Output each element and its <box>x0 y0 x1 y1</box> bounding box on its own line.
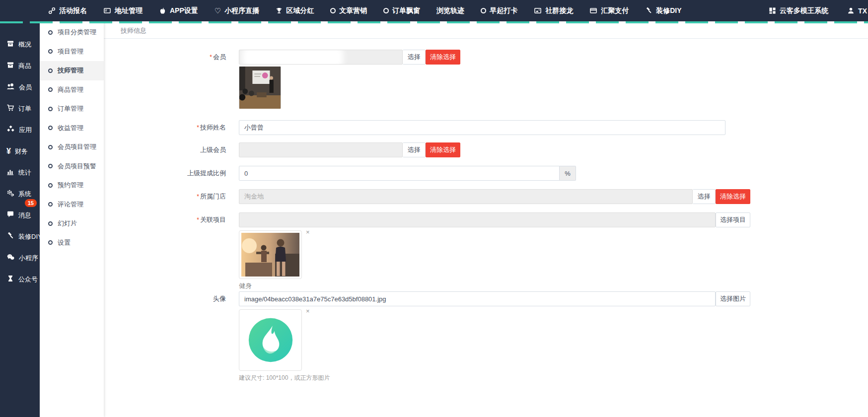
project-image <box>241 233 299 277</box>
message-count-badge: 15 <box>25 199 37 207</box>
secondary-sidebar: 项目分类管理 项目管理 技师管理 商品管理 订单管理 收益管理 会员项目管理 会… <box>40 21 104 417</box>
circle-o-icon <box>48 221 53 226</box>
member-clear-button[interactable]: 清除选择 <box>426 50 460 65</box>
sidebar-item-orders[interactable]: 订单 <box>0 98 40 119</box>
archive-icon <box>6 61 14 70</box>
gavel-icon <box>6 232 14 241</box>
submenu-item-member-project-manage[interactable]: 会员项目管理 <box>40 138 104 157</box>
store-field <box>239 189 693 204</box>
sidebar-item-members[interactable]: 会员 <box>0 76 40 98</box>
submenu-item-project-manage[interactable]: 项目管理 <box>40 42 104 62</box>
avatar-path-input[interactable] <box>239 291 716 306</box>
topnav-item-decorate-diy[interactable]: 装修DIY <box>645 6 681 15</box>
circle-o-icon <box>48 183 53 188</box>
sidebar-item-label: 小程序 <box>19 254 38 263</box>
topnav-item-early-checkin[interactable]: 早起打卡 <box>481 6 517 15</box>
avatar-image <box>247 316 294 364</box>
submenu-item-comment-manage[interactable]: 评论管理 <box>40 195 104 214</box>
tab-technician-info[interactable]: 技师信息 <box>104 21 146 35</box>
project-field <box>239 212 716 227</box>
member-photo <box>239 67 281 109</box>
brand-menu[interactable]: 云客多模王系统 <box>769 6 828 15</box>
topnav-item-group-relay[interactable]: 社群接龙 <box>534 6 573 15</box>
circle-o-icon <box>48 30 53 35</box>
card-icon <box>589 7 597 14</box>
topnav-item-browse-track[interactable]: 浏览轨迹 <box>436 6 464 15</box>
main-sidebar: 概况 商品 会员 订单 应用 ¥ 财务 统计 系统 15 消息 装修DIY 小程… <box>0 0 40 417</box>
topnav-item-app-settings[interactable]: APP设置 <box>159 6 198 15</box>
submenu-item-settings[interactable]: 设置 <box>40 233 104 253</box>
circle-o-icon <box>48 164 53 168</box>
sidebar-item-label: 统计 <box>18 168 31 177</box>
topnav-item-region-dividend[interactable]: 区域分红 <box>276 6 314 15</box>
parent-select-button[interactable]: 选择 <box>403 142 426 157</box>
submenu-item-booking-manage[interactable]: 预约管理 <box>40 176 104 195</box>
wechat-icon <box>6 253 15 263</box>
circle-o-icon <box>48 126 53 130</box>
member-select-button[interactable]: 选择 <box>403 50 426 65</box>
tech-name-input[interactable] <box>239 120 725 135</box>
sidebar-item-statistics[interactable]: 统计 <box>0 162 40 183</box>
topnav-item-order-popup[interactable]: 订单飘窗 <box>383 6 420 15</box>
parent-ratio-input[interactable] <box>239 166 560 181</box>
sidebar-item-label: 消息 <box>18 211 31 220</box>
submenu-item-member-project-warning[interactable]: 会员项目预警 <box>40 157 104 176</box>
circle-o-icon <box>48 145 53 149</box>
tech-name-label: *技师姓名 <box>104 120 226 135</box>
sidebar-item-finance[interactable]: ¥ 财务 <box>0 140 40 162</box>
store-clear-button[interactable]: 清除选择 <box>716 189 750 204</box>
sidebar-item-overview[interactable]: 概况 <box>0 34 40 55</box>
submenu-item-goods-manage[interactable]: 商品管理 <box>40 80 104 100</box>
username: TX <box>858 7 867 15</box>
percent-addon: % <box>560 166 576 181</box>
circle-o-icon <box>48 69 53 73</box>
sidebar-item-goods[interactable]: 商品 <box>0 55 40 76</box>
sidebar-item-messages[interactable]: 15 消息 <box>0 205 40 226</box>
official-account-icon <box>6 275 14 284</box>
submenu-item-project-category[interactable]: 项目分类管理 <box>40 23 104 42</box>
sidebar-item-apps[interactable]: 应用 <box>0 119 40 140</box>
parent-member-field <box>239 142 403 157</box>
avatar-select-image-button[interactable]: 选择图片 <box>716 291 750 306</box>
submenu-item-technician-manage[interactable]: 技师管理 <box>40 61 104 80</box>
sidebar-item-official-account[interactable]: 公众号 <box>0 269 40 290</box>
sidebar-item-mini-program[interactable]: 小程序 <box>0 247 40 269</box>
submenu-item-order-manage[interactable]: 订单管理 <box>40 99 104 119</box>
topnav-item-article-marketing[interactable]: 文章营销 <box>330 6 367 15</box>
submenu-item-slideshow[interactable]: 幻灯片 <box>40 214 104 233</box>
topnav-item-miniprogram-live[interactable]: ♡ 小程序直播 <box>215 6 259 15</box>
apple-icon <box>159 7 166 15</box>
circle-icon <box>383 8 389 13</box>
image-icon <box>534 7 542 14</box>
sidebar-item-decorate-diy[interactable]: 装修DIY <box>0 226 40 247</box>
sidebar-item-label: 订单 <box>18 104 31 113</box>
brand-name: 云客多模王系统 <box>780 6 828 15</box>
submenu-item-income-manage[interactable]: 收益管理 <box>40 119 104 138</box>
parent-ratio-label: 上级提成比例 <box>104 166 226 181</box>
parent-clear-button[interactable]: 清除选择 <box>426 142 460 157</box>
avatar-remove-icon[interactable]: × <box>306 308 310 314</box>
avatar-thumbnail <box>239 309 302 371</box>
gears-icon <box>6 189 14 199</box>
comment-icon <box>6 210 14 220</box>
cart-icon <box>6 104 14 113</box>
project-caption: 健身 <box>239 281 252 290</box>
store-label: *所属门店 <box>104 189 226 204</box>
archive-icon <box>6 40 14 49</box>
member-photo-thumbnail <box>239 67 281 109</box>
member-field <box>239 50 403 65</box>
project-remove-icon[interactable]: × <box>306 229 310 235</box>
sidebar-item-label: 系统 <box>18 190 31 199</box>
circle-o-icon <box>48 49 53 54</box>
technician-form: *会员 选择 清除选择 <box>104 39 868 382</box>
topnav-item-huiju-pay[interactable]: 汇聚支付 <box>589 6 629 15</box>
circle-icon <box>481 8 486 13</box>
project-select-button[interactable]: 选择项目 <box>716 212 750 227</box>
project-label: *关联项目 <box>104 212 226 227</box>
topnav-item-activity-signup[interactable]: 活动报名 <box>48 6 87 15</box>
sidebar-item-label: 应用 <box>19 126 32 135</box>
redacted-content <box>242 50 343 65</box>
user-menu[interactable]: TX <box>847 7 867 15</box>
store-select-button[interactable]: 选择 <box>693 189 716 204</box>
topnav-item-address-manage[interactable]: 地址管理 <box>103 6 143 15</box>
